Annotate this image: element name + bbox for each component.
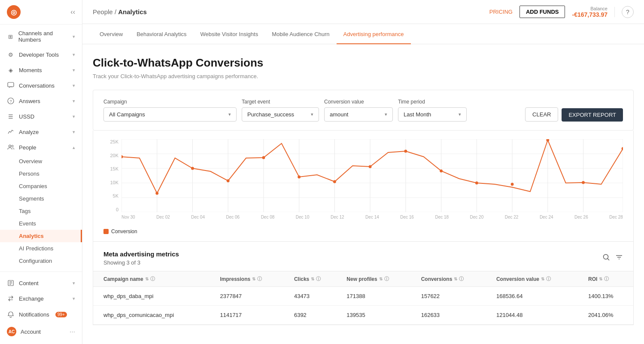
table-header: Meta advertising metrics Showing 3 of 3 bbox=[93, 250, 633, 271]
sidebar-logo: ◎ ‹‹ bbox=[0, 0, 82, 24]
sort-icon[interactable]: ⇅ bbox=[145, 277, 149, 281]
th-new-profiles: New profiles ⇅ ⓘ bbox=[341, 271, 416, 287]
tab-mobile[interactable]: Mobile Audience Churn bbox=[265, 24, 336, 44]
campaign-select[interactable]: All Campaigns ▾ bbox=[103, 107, 237, 122]
sidebar-sub-analytics[interactable]: Analytics bbox=[0, 230, 82, 242]
sidebar-item-people-label: People bbox=[19, 144, 36, 151]
info-icon[interactable]: ⓘ bbox=[604, 276, 609, 282]
svg-point-32 bbox=[191, 167, 194, 170]
sidebar-item-developer[interactable]: ⚙ Developer Tools ▾ bbox=[0, 47, 82, 62]
sidebar-item-channels-label: Channels and Numbers bbox=[18, 30, 73, 43]
sidebar-item-answers[interactable]: ? Answers ▾ bbox=[0, 93, 82, 109]
sort-icon[interactable]: ⇅ bbox=[379, 277, 383, 281]
target-filter-label: Target event bbox=[242, 99, 319, 105]
sidebar-item-channels[interactable]: ⊞ Channels and Numbers ▾ bbox=[0, 26, 82, 47]
sidebar-item-conversations[interactable]: Conversations ▾ bbox=[0, 78, 82, 93]
svg-point-38 bbox=[404, 150, 407, 153]
sidebar-collapse-button[interactable]: ‹‹ bbox=[70, 8, 75, 16]
sort-icon[interactable]: ⇅ bbox=[541, 277, 544, 281]
legend-conversion: Conversion bbox=[103, 228, 137, 234]
sidebar-notifications-label: Notifications bbox=[19, 311, 49, 318]
cell-clicks: 6392 bbox=[289, 306, 341, 325]
table-row[interactable]: whp_dps_daba_mpi 2377847 43473 171388 15… bbox=[93, 287, 633, 306]
sidebar-sub-events[interactable]: Events bbox=[0, 217, 82, 230]
info-icon[interactable]: ⓘ bbox=[459, 276, 464, 282]
breadcrumb-parent[interactable]: People bbox=[93, 8, 113, 15]
chevron-up-icon: ▴ bbox=[73, 145, 75, 150]
info-icon[interactable]: ⓘ bbox=[257, 276, 262, 282]
sidebar-item-account[interactable]: AC Account ⋯ bbox=[0, 323, 82, 341]
th-conversions: Conversions ⇅ ⓘ bbox=[416, 271, 491, 287]
help-button[interactable]: ? bbox=[622, 6, 634, 18]
tab-website[interactable]: Website Visitor Insights bbox=[194, 24, 265, 44]
filter-button[interactable] bbox=[615, 253, 623, 263]
svg-point-44 bbox=[622, 147, 623, 150]
conversion-select-value: amount bbox=[330, 111, 348, 118]
conversion-filter-group: Conversion value amount ▾ bbox=[324, 99, 393, 122]
svg-point-42 bbox=[546, 139, 549, 142]
sidebar-item-ussd-label: USSD bbox=[19, 113, 34, 120]
svg-point-31 bbox=[155, 192, 158, 195]
svg-point-35 bbox=[298, 176, 301, 179]
info-icon[interactable]: ⓘ bbox=[316, 276, 321, 282]
svg-point-45 bbox=[604, 255, 608, 259]
sidebar-sub-segments[interactable]: Segments bbox=[0, 192, 82, 205]
svg-rect-0 bbox=[8, 82, 14, 87]
sidebar-item-moments[interactable]: ◈ Moments ▾ bbox=[0, 62, 82, 78]
tab-behavioral[interactable]: Behavioral Analytics bbox=[130, 24, 193, 44]
sidebar-nav: ⊞ Channels and Numbers ▾ ⚙ Developer Too… bbox=[0, 24, 82, 269]
chart-legend: Conversion bbox=[103, 228, 623, 234]
target-filter-group: Target event Purchase_success ▾ bbox=[242, 99, 319, 122]
info-icon[interactable]: ⓘ bbox=[546, 276, 551, 282]
balance-section: Balance -€167,733.97 bbox=[572, 6, 608, 18]
chart-svg-area bbox=[122, 139, 623, 212]
conversion-select[interactable]: amount ▾ bbox=[324, 107, 393, 122]
sidebar-item-exchange-label: Exchange bbox=[19, 295, 44, 302]
search-button[interactable] bbox=[602, 253, 610, 263]
sidebar-sub-companies[interactable]: Companies bbox=[0, 180, 82, 192]
svg-point-37 bbox=[369, 165, 372, 168]
table-section: Meta advertising metrics Showing 3 of 3 bbox=[93, 242, 634, 325]
conversations-icon bbox=[7, 82, 15, 89]
sidebar-item-content[interactable]: Content ▾ bbox=[0, 275, 82, 291]
info-icon[interactable]: ⓘ bbox=[150, 276, 155, 282]
clear-button[interactable]: CLEAR bbox=[525, 107, 558, 122]
sidebar-item-moments-label: Moments bbox=[19, 67, 42, 73]
tab-advertising[interactable]: Advertising performance bbox=[337, 24, 411, 44]
sort-icon[interactable]: ⇅ bbox=[252, 277, 255, 281]
target-select[interactable]: Purchase_success ▾ bbox=[242, 107, 319, 122]
sidebar-item-conversations-label: Conversations bbox=[19, 82, 55, 89]
sidebar-sub-tags[interactable]: Tags bbox=[0, 205, 82, 217]
sidebar-item-people[interactable]: People ▴ bbox=[0, 140, 82, 155]
sidebar-sub-overview[interactable]: Overview bbox=[0, 155, 82, 167]
sort-icon[interactable]: ⇅ bbox=[599, 277, 602, 281]
sort-icon[interactable]: ⇅ bbox=[454, 277, 457, 281]
sort-icon[interactable]: ⇅ bbox=[311, 277, 314, 281]
sidebar-sub-ai-predictions[interactable]: AI Predictions bbox=[0, 242, 82, 255]
svg-point-41 bbox=[511, 183, 514, 186]
sidebar-item-notifications[interactable]: Notifications 99+ bbox=[0, 306, 82, 323]
cell-conversion-value: 168536.64 bbox=[491, 287, 583, 306]
chevron-down-icon: ▾ bbox=[73, 34, 75, 40]
sidebar-sub-configuration[interactable]: Configuration bbox=[0, 255, 82, 267]
analyze-icon bbox=[7, 128, 15, 136]
metrics-table: Campaign name ⇅ ⓘ Impressions ⇅ ⓘ bbox=[93, 271, 633, 325]
chevron-down-icon: ▾ bbox=[73, 129, 75, 135]
time-select[interactable]: Last Month ▾ bbox=[398, 107, 467, 122]
table-row[interactable]: whp_dps_comunicacao_mpi 1141717 6392 139… bbox=[93, 306, 633, 325]
cell-clicks: 43473 bbox=[289, 287, 341, 306]
pricing-link[interactable]: PRICING bbox=[489, 9, 513, 15]
info-icon[interactable]: ⓘ bbox=[384, 276, 389, 282]
cell-conversions: 157622 bbox=[416, 287, 491, 306]
sidebar-item-exchange[interactable]: Exchange ▾ bbox=[0, 291, 82, 306]
tab-overview[interactable]: Overview bbox=[93, 24, 130, 44]
sidebar-item-ussd[interactable]: ☰ USSD ▾ bbox=[0, 109, 82, 124]
chevron-down-icon: ▾ bbox=[459, 112, 461, 117]
add-funds-button[interactable]: ADD FUNDS bbox=[519, 6, 565, 18]
sidebar-item-analyze[interactable]: Analyze ▾ bbox=[0, 124, 82, 140]
export-button[interactable]: EXPORT REPORT bbox=[562, 108, 623, 122]
cell-conversions: 162633 bbox=[416, 306, 491, 325]
notifications-icon bbox=[7, 311, 15, 318]
sidebar-sub-persons[interactable]: Persons bbox=[0, 167, 82, 180]
sidebar-item-content-label: Content bbox=[19, 280, 39, 286]
